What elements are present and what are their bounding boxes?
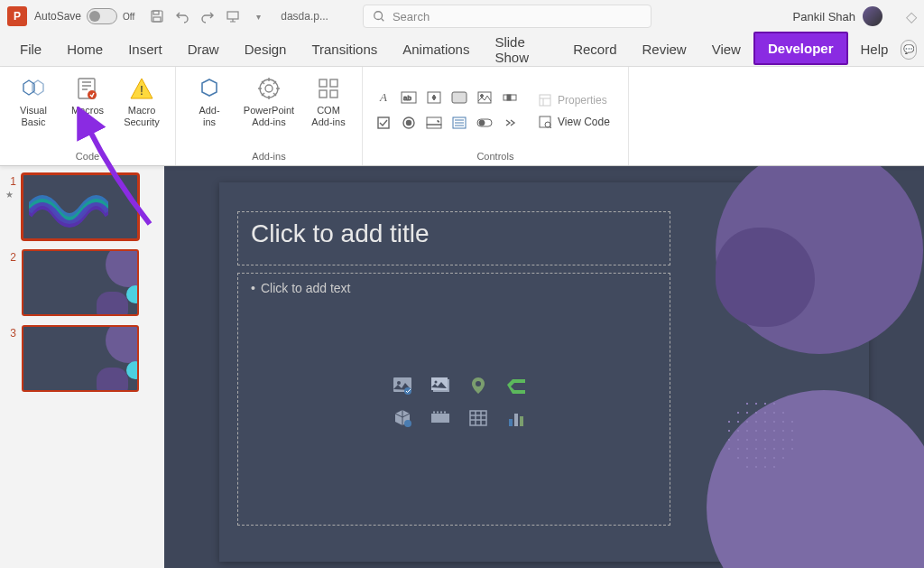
3dmodels-icon[interactable] (392, 407, 413, 429)
addins-label: Add-ins (199, 105, 219, 128)
tab-review[interactable]: Review (630, 34, 699, 64)
svg-point-29 (479, 120, 485, 126)
svg-rect-49 (509, 419, 513, 426)
svg-point-35 (404, 387, 411, 395)
tab-design[interactable]: Design (232, 34, 300, 64)
undo-icon[interactable] (174, 8, 190, 24)
svg-point-19 (481, 94, 484, 97)
commandbutton-control-icon[interactable] (449, 88, 469, 107)
listbox-control-icon[interactable] (449, 113, 469, 133)
svg-rect-51 (520, 416, 523, 426)
autosave-toggle[interactable] (87, 8, 117, 24)
thumb-number: 2 (5, 251, 16, 264)
properties-icon (538, 93, 552, 107)
diamond-icon[interactable]: ◇ (906, 8, 917, 25)
tab-home[interactable]: Home (54, 34, 116, 64)
content-placeholder[interactable]: •Click to add text (237, 273, 670, 526)
search-icon (373, 10, 385, 23)
spinbutton-control-icon[interactable] (424, 88, 444, 107)
svg-text:ab: ab (403, 94, 411, 102)
animation-star-icon: ★ (5, 190, 16, 200)
group-controls-label: Controls (476, 151, 513, 163)
ppt-addins-icon (254, 74, 283, 103)
title-placeholder[interactable]: Click to add title (237, 211, 670, 265)
label-control-icon[interactable]: A (374, 88, 393, 107)
combobox-control-icon[interactable] (424, 113, 444, 133)
svg-point-38 (435, 381, 438, 384)
smartart-icon[interactable] (505, 375, 527, 396)
tab-record[interactable]: Record (560, 34, 629, 64)
tab-animations[interactable]: Animations (390, 34, 482, 64)
user-account[interactable]: Pankil Shah (784, 6, 892, 26)
save-icon[interactable] (149, 8, 165, 24)
view-code-button[interactable]: View Code (534, 113, 614, 131)
togglebutton-control-icon[interactable] (475, 113, 494, 133)
tab-draw[interactable]: Draw (175, 34, 232, 64)
tab-transitions[interactable]: Transitions (299, 34, 390, 64)
macro-security-icon: ! (127, 74, 156, 103)
tab-developer[interactable]: Developer (753, 32, 848, 65)
bullet-icon: • (251, 281, 255, 295)
ribbon-tabs: File Home Insert Draw Design Transitions… (0, 33, 924, 67)
tab-slideshow[interactable]: Slide Show (482, 27, 560, 72)
properties-label: Properties (558, 94, 607, 107)
properties-button[interactable]: Properties (534, 91, 614, 109)
filename[interactable]: dasda.p... (281, 10, 328, 23)
autosave-label: AutoSave (34, 10, 81, 23)
optionbutton-control-icon[interactable] (399, 113, 419, 133)
textbox-control-icon[interactable]: ab (399, 88, 419, 107)
svg-rect-22 (378, 117, 389, 128)
svg-rect-45 (437, 412, 439, 414)
search-box[interactable]: Search (363, 5, 651, 28)
visual-basic-label: VisualBasic (20, 105, 47, 128)
stock-images-icon[interactable] (392, 375, 413, 396)
com-addins-icon (314, 74, 343, 103)
chart-icon[interactable] (505, 407, 527, 429)
checkbox-control-icon[interactable] (374, 113, 393, 133)
svg-rect-21 (507, 95, 511, 100)
tab-help[interactable]: Help (848, 34, 901, 64)
svg-rect-2 (153, 17, 161, 22)
scrollbar-control-icon[interactable] (500, 88, 520, 107)
redo-icon[interactable] (199, 8, 216, 24)
svg-point-9 (265, 85, 273, 92)
slide-canvas[interactable]: Click to add title •Click to add text (164, 166, 924, 568)
decoration-blob (716, 228, 815, 327)
svg-point-34 (397, 381, 401, 385)
visual-basic-button[interactable]: VisualBasic (7, 70, 60, 132)
video-icon[interactable] (430, 407, 451, 429)
ppt-addins-button[interactable]: PowerPointAdd-ins (237, 70, 300, 132)
slide-thumbnail-2[interactable] (22, 249, 139, 316)
slide-thumbnail-3[interactable] (22, 325, 139, 392)
com-addins-label: COMAdd-ins (311, 105, 345, 128)
autosave-state: Off (123, 12, 134, 22)
decoration-dots (725, 399, 797, 471)
morecontrols-icon[interactable] (500, 113, 520, 133)
svg-rect-3 (227, 12, 238, 19)
thumb-number: 3 (5, 327, 16, 340)
search-placeholder: Search (393, 10, 430, 23)
addins-button[interactable]: Add-ins (183, 70, 236, 132)
icons-icon[interactable] (467, 375, 489, 396)
svg-rect-11 (330, 79, 337, 87)
pictures-icon[interactable] (430, 375, 451, 396)
svg-rect-17 (452, 92, 467, 103)
avatar (863, 6, 882, 26)
controls-grid: A ab (370, 84, 525, 138)
presentation-icon[interactable] (225, 8, 241, 24)
com-addins-button[interactable]: COMAdd-ins (302, 70, 355, 132)
comments-button[interactable]: 💬 (901, 40, 917, 60)
table-icon[interactable] (467, 407, 489, 429)
svg-rect-10 (319, 79, 327, 87)
autosave-control[interactable]: AutoSave Off (34, 8, 134, 24)
image-control-icon[interactable] (475, 88, 494, 107)
svg-rect-47 (444, 412, 446, 414)
tab-view[interactable]: View (699, 34, 753, 64)
svg-rect-1 (153, 11, 159, 14)
tab-insert[interactable]: Insert (116, 34, 175, 64)
qat-dropdown-icon[interactable]: ▾ (250, 8, 266, 24)
tab-file[interactable]: File (7, 34, 54, 64)
text-placeholder: Click to add text (261, 281, 351, 295)
svg-text:!: ! (140, 83, 143, 98)
svg-point-40 (404, 420, 411, 427)
